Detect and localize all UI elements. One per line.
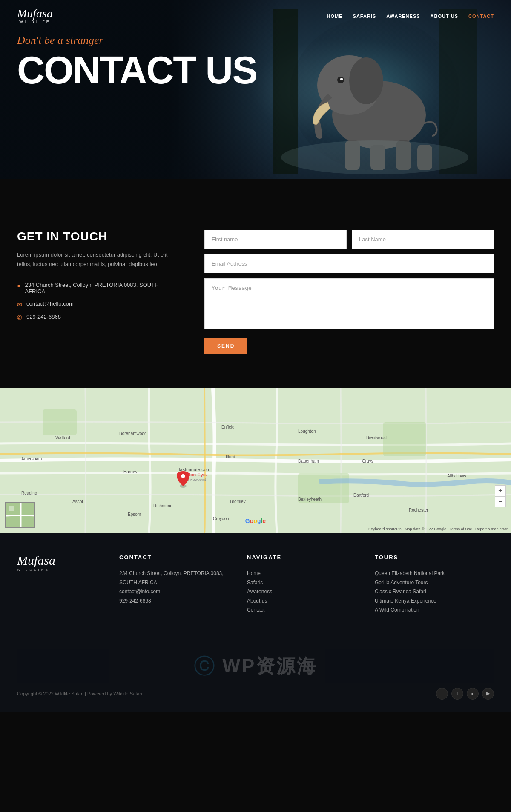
footer-nav-awareness[interactable]: Awareness: [247, 587, 358, 597]
map-placeholder: lastminute.com London Eye. Iconic viewpo…: [0, 388, 511, 533]
navbar: Mufasa WILDLIFE HOME SAFARIS AWARENESS A…: [0, 0, 511, 31]
footer-navigate-col: NAVIGATE Home Safaris Awareness About us…: [238, 554, 366, 615]
map-thumbnail: [5, 502, 35, 528]
elephant-illustration: [273, 9, 477, 174]
footer-tours-heading: TOURS: [375, 554, 485, 560]
nav-safaris[interactable]: SAFARIS: [353, 12, 376, 20]
svg-text:Amersham: Amersham: [21, 457, 42, 461]
footer-bottom: Copyright © 2022 Wildlife Safari | Power…: [17, 683, 494, 700]
svg-text:Brentwood: Brentwood: [366, 435, 387, 440]
contact-phone-item: ✆ 929-242-6868: [17, 314, 179, 321]
contact-phone: 929-242-6868: [26, 314, 61, 320]
last-name-field[interactable]: [352, 230, 494, 249]
svg-rect-44: [9, 506, 14, 511]
footer: Mufasa WILDLIFE CONTACT 234 Church Stree…: [0, 533, 511, 712]
send-button[interactable]: SEND: [204, 338, 247, 354]
footer-copyright: Copyright © 2022 Wildlife Safari | Power…: [17, 691, 142, 696]
phone-icon: ✆: [17, 314, 22, 321]
social-icons: f t in ▶: [436, 688, 494, 700]
message-field[interactable]: [204, 278, 494, 329]
svg-text:Rochester: Rochester: [409, 508, 428, 512]
footer-tour-kenya[interactable]: Ultimate Kenya Experience: [375, 597, 485, 606]
email-field[interactable]: [204, 254, 494, 273]
map-controls: + −: [495, 485, 506, 507]
zoom-out-button[interactable]: −: [495, 496, 506, 507]
footer-nav-contact[interactable]: Contact: [247, 606, 358, 615]
svg-text:Epsom: Epsom: [128, 512, 141, 517]
contact-email-item: ✉ contact@hello.com: [17, 300, 179, 308]
twitter-icon[interactable]: t: [451, 688, 463, 700]
footer-contact-email: contact@info.com: [119, 587, 230, 597]
svg-text:Loughton: Loughton: [298, 429, 316, 434]
hero-content: Don't be a stranger CONTACT US: [17, 34, 257, 89]
facebook-icon[interactable]: f: [436, 688, 448, 700]
map-section: lastminute.com London Eye. Iconic viewpo…: [0, 388, 511, 533]
form-email-row: [204, 254, 494, 273]
svg-text:Croydon: Croydon: [213, 516, 229, 521]
svg-text:Dartford: Dartford: [353, 493, 369, 497]
footer-tours-col: TOURS Queen Elizabeth National Park Gori…: [366, 554, 494, 615]
dark-spacer: [0, 179, 511, 204]
svg-text:Grays: Grays: [362, 459, 373, 463]
contact-heading: GET IN TOUCH: [17, 230, 179, 243]
footer-logo-sub: WILDLIFE: [17, 568, 111, 572]
svg-text:Watford: Watford: [55, 435, 70, 440]
wp-watermark: ⓒ WP资源海: [17, 649, 494, 683]
contact-form: SEND: [204, 230, 494, 354]
nav-home[interactable]: HOME: [327, 12, 343, 20]
svg-text:Enfield: Enfield: [221, 425, 235, 429]
svg-point-22: [181, 474, 185, 478]
instagram-icon[interactable]: in: [467, 688, 479, 700]
hero-tagline: Don't be a stranger: [17, 34, 257, 47]
footer-top: Mufasa WILDLIFE CONTACT 234 Church Stree…: [17, 554, 494, 632]
footer-nav-safaris[interactable]: Safaris: [247, 578, 358, 588]
zoom-in-button[interactable]: +: [495, 485, 506, 496]
map-svg: lastminute.com London Eye. Iconic viewpo…: [0, 388, 511, 533]
svg-text:Harrow: Harrow: [123, 469, 138, 474]
nav-links: HOME SAFARIS AWARENESS ABOUT US CONTACT: [327, 12, 494, 20]
footer-contact-country: SOUTH AFRICA: [119, 578, 230, 588]
logo[interactable]: Mufasa WILDLIFE: [17, 8, 53, 24]
footer-tour-wild[interactable]: A Wild Combination: [375, 606, 485, 615]
svg-text:Bromley: Bromley: [230, 499, 246, 504]
footer-nav-about[interactable]: About us: [247, 597, 358, 606]
svg-point-12: [281, 140, 468, 174]
footer-contact-heading: CONTACT: [119, 554, 230, 560]
svg-point-3: [349, 57, 383, 104]
svg-text:Dagenham: Dagenham: [298, 459, 319, 463]
hero-title: CONTACT US: [17, 51, 257, 89]
logo-sub: WILDLIFE: [17, 20, 53, 24]
nav-awareness[interactable]: AWARENESS: [386, 12, 420, 20]
svg-rect-15: [43, 409, 77, 435]
location-icon: ●: [17, 282, 20, 289]
map-attribution: Keyboard shortcuts Map data ©2022 Google…: [368, 527, 508, 531]
wp-logo-icon: ⓒ: [194, 652, 215, 680]
nav-about[interactable]: ABOUT US: [431, 12, 458, 20]
footer-brand: Mufasa WILDLIFE: [17, 554, 111, 615]
svg-text:Ascot: Ascot: [72, 499, 83, 504]
footer-nav-home[interactable]: Home: [247, 569, 358, 578]
contact-address-item: ● 234 Church Street, Colloyn, PRETORIA 0…: [17, 282, 179, 294]
contact-email: contact@hello.com: [26, 300, 74, 307]
footer-tour-rwanda[interactable]: Classic Rwanda Safari: [375, 587, 485, 597]
svg-text:Allhallows: Allhallows: [447, 474, 466, 478]
youtube-icon[interactable]: ▶: [482, 688, 494, 700]
contact-address: 234 Church Street, Colloyn, PRETORIA 008…: [25, 282, 179, 294]
wp-text: WP资源海: [223, 654, 318, 679]
first-name-field[interactable]: [204, 230, 347, 249]
svg-text:Richmond: Richmond: [153, 503, 172, 508]
google-logo: Google: [245, 518, 266, 524]
contact-info: GET IN TOUCH Lorem ipsum dolor sit amet,…: [17, 230, 179, 354]
contact-body: Lorem ipsum dolor sit amet, consectetur …: [17, 250, 179, 269]
footer-tour-qe[interactable]: Queen Elizabeth National Park: [375, 569, 485, 578]
svg-point-5: [340, 78, 343, 80]
footer-logo: Mufasa: [17, 554, 111, 567]
map-copyright: Keyboard shortcuts Map data ©2022 Google…: [368, 527, 508, 531]
svg-rect-17: [383, 422, 426, 456]
svg-text:Reading: Reading: [21, 491, 37, 495]
form-name-row: [204, 230, 494, 249]
footer-contact-col: CONTACT 234 Church Street, Colloyn, PRET…: [111, 554, 238, 615]
nav-contact[interactable]: CONTACT: [468, 12, 494, 20]
footer-tour-gorilla[interactable]: Gorilla Adventure Tours: [375, 578, 485, 588]
svg-text:Ilford: Ilford: [226, 455, 235, 459]
